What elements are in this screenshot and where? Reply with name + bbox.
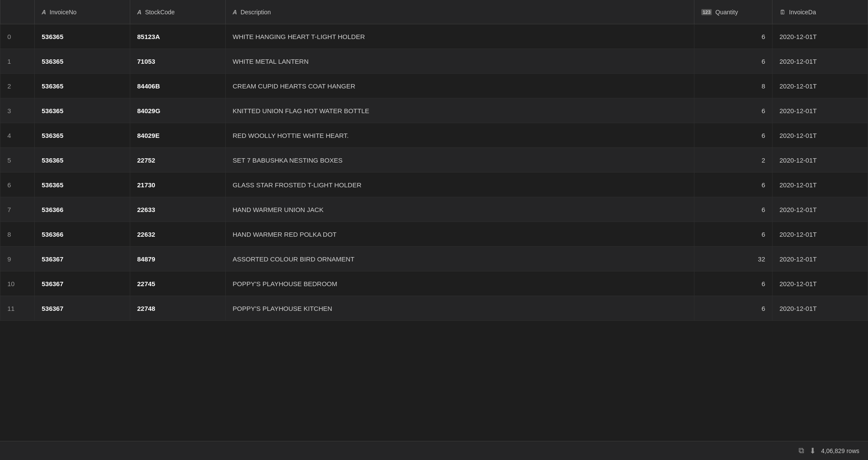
cell-quantity: 6: [694, 123, 773, 147]
cell-description: POPPY'S PLAYHOUSE BEDROOM: [226, 271, 694, 296]
cell-invoicedate: 2020-12-01T: [773, 123, 868, 147]
cell-invoicedate: 2020-12-01T: [773, 271, 868, 296]
cell-index: 4: [0, 123, 35, 147]
cell-index: 9: [0, 247, 35, 271]
cell-invoicedate: 2020-12-01T: [773, 247, 868, 271]
header-description[interactable]: A Description: [226, 0, 694, 24]
header-stockcode-label: StockCode: [145, 9, 174, 16]
header-quantity-label: Quantity: [715, 9, 738, 16]
cell-index: 6: [0, 173, 35, 197]
cell-invoiceno: 536365: [35, 98, 130, 123]
table-row[interactable]: 10 536367 22745 POPPY'S PLAYHOUSE BEDROO…: [0, 271, 868, 296]
table-row[interactable]: 4 536365 84029E RED WOOLLY HOTTIE WHITE …: [0, 123, 868, 148]
cell-stockcode: 71053: [130, 49, 226, 73]
cell-invoicedate: 2020-12-01T: [773, 74, 868, 98]
cell-description: GLASS STAR FROSTED T-LIGHT HOLDER: [226, 173, 694, 197]
cell-invoiceno: 536367: [35, 296, 130, 320]
header-quantity[interactable]: 123 Quantity: [694, 0, 773, 24]
cell-description: POPPY'S PLAYHOUSE KITCHEN: [226, 296, 694, 320]
cell-index: 3: [0, 98, 35, 123]
cell-invoiceno: 536365: [35, 148, 130, 172]
cell-invoiceno: 536367: [35, 247, 130, 271]
cell-quantity: 2: [694, 148, 773, 172]
cell-stockcode: 22632: [130, 222, 226, 246]
cell-description: KNITTED UNION FLAG HOT WATER BOTTLE: [226, 98, 694, 123]
cell-invoiceno: 536366: [35, 222, 130, 246]
data-table: A InvoiceNo A StockCode A Description 12…: [0, 0, 868, 460]
cell-description: RED WOOLLY HOTTIE WHITE HEART.: [226, 123, 694, 147]
cell-quantity: 6: [694, 197, 773, 222]
table-row[interactable]: 7 536366 22633 HAND WARMER UNION JACK 6 …: [0, 197, 868, 222]
cell-description: WHITE METAL LANTERN: [226, 49, 694, 73]
cell-description: HAND WARMER UNION JACK: [226, 197, 694, 222]
cell-description: ASSORTED COLOUR BIRD ORNAMENT: [226, 247, 694, 271]
datetime-type-icon: 🗓: [779, 9, 786, 16]
cell-index: 5: [0, 148, 35, 172]
cell-stockcode: 84879: [130, 247, 226, 271]
cell-index: 7: [0, 197, 35, 222]
cell-index: 2: [0, 74, 35, 98]
table-row[interactable]: 2 536365 84406B CREAM CUPID HEARTS COAT …: [0, 74, 868, 98]
row-count: 4,06,829 rows: [821, 447, 859, 454]
cell-stockcode: 22745: [130, 271, 226, 296]
header-invoicedate[interactable]: 🗓 InvoiceDa: [773, 0, 868, 24]
cell-invoicedate: 2020-12-01T: [773, 222, 868, 246]
cell-stockcode: 84029E: [130, 123, 226, 147]
table-row[interactable]: 11 536367 22748 POPPY'S PLAYHOUSE KITCHE…: [0, 296, 868, 321]
cell-invoiceno: 536365: [35, 123, 130, 147]
cell-quantity: 6: [694, 222, 773, 246]
cell-invoiceno: 536365: [35, 49, 130, 73]
cell-index: 11: [0, 296, 35, 320]
cell-stockcode: 84406B: [130, 74, 226, 98]
cell-quantity: 32: [694, 247, 773, 271]
cell-index: 10: [0, 271, 35, 296]
header-index: [0, 0, 35, 24]
copy-icon[interactable]: ⧉: [799, 446, 804, 455]
table-row[interactable]: 9 536367 84879 ASSORTED COLOUR BIRD ORNA…: [0, 247, 868, 271]
download-icon[interactable]: ⬇: [809, 446, 816, 456]
cell-stockcode: 22633: [130, 197, 226, 222]
table-header: A InvoiceNo A StockCode A Description 12…: [0, 0, 868, 24]
cell-index: 1: [0, 49, 35, 73]
cell-quantity: 8: [694, 74, 773, 98]
cell-invoicedate: 2020-12-01T: [773, 24, 868, 49]
cell-invoiceno: 536365: [35, 173, 130, 197]
table-row[interactable]: 8 536366 22632 HAND WARMER RED POLKA DOT…: [0, 222, 868, 247]
cell-quantity: 6: [694, 49, 773, 73]
cell-quantity: 6: [694, 271, 773, 296]
cell-invoiceno: 536365: [35, 74, 130, 98]
cell-quantity: 6: [694, 173, 773, 197]
cell-quantity: 6: [694, 24, 773, 49]
cell-stockcode: 21730: [130, 173, 226, 197]
table-row[interactable]: 5 536365 22752 SET 7 BABUSHKA NESTING BO…: [0, 148, 868, 173]
cell-stockcode: 85123A: [130, 24, 226, 49]
cell-invoicedate: 2020-12-01T: [773, 49, 868, 73]
cell-description: HAND WARMER RED POLKA DOT: [226, 222, 694, 246]
header-stockcode[interactable]: A StockCode: [130, 0, 226, 24]
string-type-icon: A: [137, 9, 141, 16]
table-row[interactable]: 6 536365 21730 GLASS STAR FROSTED T-LIGH…: [0, 173, 868, 197]
cell-invoiceno: 536367: [35, 271, 130, 296]
cell-invoicedate: 2020-12-01T: [773, 148, 868, 172]
string-type-icon: A: [42, 9, 46, 16]
header-invoiceno-label: InvoiceNo: [49, 9, 76, 16]
cell-invoicedate: 2020-12-01T: [773, 173, 868, 197]
cell-invoiceno: 536365: [35, 24, 130, 49]
cell-stockcode: 22752: [130, 148, 226, 172]
cell-invoicedate: 2020-12-01T: [773, 98, 868, 123]
table-row[interactable]: 0 536365 85123A WHITE HANGING HEART T-LI…: [0, 24, 868, 49]
cell-invoicedate: 2020-12-01T: [773, 197, 868, 222]
cell-description: WHITE HANGING HEART T-LIGHT HOLDER: [226, 24, 694, 49]
header-description-label: Description: [240, 9, 271, 16]
table-body: 0 536365 85123A WHITE HANGING HEART T-LI…: [0, 24, 868, 441]
cell-description: CREAM CUPID HEARTS COAT HANGER: [226, 74, 694, 98]
cell-invoiceno: 536366: [35, 197, 130, 222]
string-type-icon: A: [233, 9, 237, 16]
table-row[interactable]: 1 536365 71053 WHITE METAL LANTERN 6 202…: [0, 49, 868, 74]
cell-quantity: 6: [694, 98, 773, 123]
header-invoiceno[interactable]: A InvoiceNo: [35, 0, 130, 24]
header-invoicedate-label: InvoiceDa: [789, 9, 816, 16]
cell-description: SET 7 BABUSHKA NESTING BOXES: [226, 148, 694, 172]
number-type-icon: 123: [701, 9, 712, 15]
table-row[interactable]: 3 536365 84029G KNITTED UNION FLAG HOT W…: [0, 98, 868, 123]
